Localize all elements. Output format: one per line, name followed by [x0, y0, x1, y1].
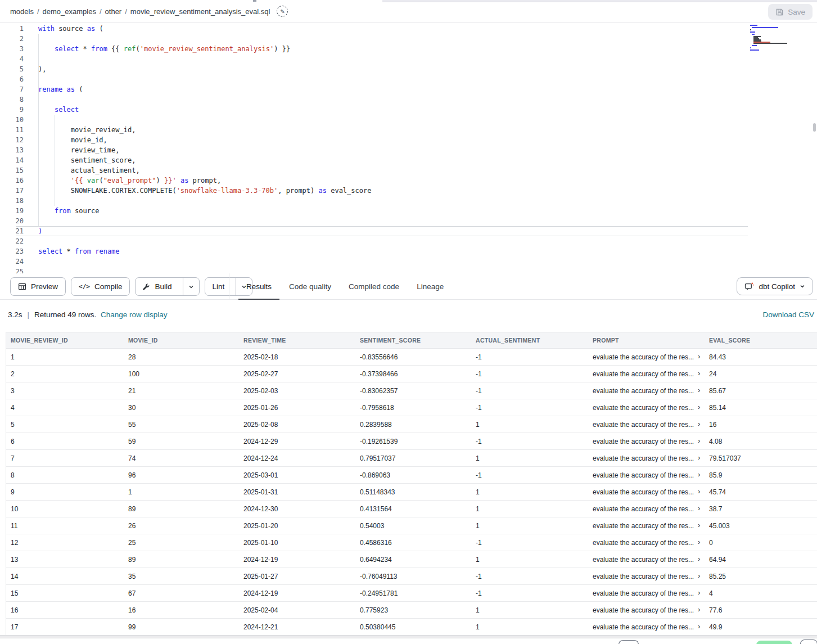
code-line[interactable] [38, 196, 750, 206]
build-button[interactable]: Build [136, 278, 178, 295]
preview-button[interactable]: Preview [10, 277, 66, 296]
table-cell: 2025-01-26 [239, 404, 355, 412]
save-button[interactable]: Save [768, 4, 813, 20]
expand-prompt-icon[interactable]: › [698, 421, 700, 428]
expand-prompt-icon[interactable]: › [698, 573, 700, 580]
table-cell: 15 [6, 589, 124, 597]
tab-code-quality[interactable]: Code quality [281, 273, 339, 300]
table-row: 5552025-02-080.28395881evaluate the accu… [6, 416, 817, 433]
edit-pencil-icon: ✎ [277, 6, 288, 17]
prompt-cell: evaluate the accuracy of the res...› [588, 353, 705, 361]
table-cell: -0.37398466 [355, 370, 471, 378]
code-line[interactable] [38, 94, 750, 105]
table-cell: 89 [124, 556, 239, 564]
tab-compiled-code[interactable]: Compiled code [341, 273, 407, 300]
code-line[interactable] [38, 34, 750, 44]
code-line[interactable]: ) [38, 226, 750, 236]
code-line[interactable]: from source [38, 206, 750, 216]
cutoff-button[interactable] [800, 640, 817, 644]
expand-prompt-icon[interactable]: › [698, 606, 700, 614]
code-line[interactable]: ), [38, 64, 750, 74]
table-row: 21002025-02-27-0.37398466-1evaluate the … [6, 366, 817, 382]
code-line[interactable]: select * from {{ ref('movie_review_senti… [38, 44, 750, 54]
build-split-button: Build [135, 277, 200, 296]
expand-prompt-icon[interactable]: › [698, 370, 700, 377]
table-cell: 1 [471, 522, 588, 530]
compile-button[interactable]: </> Compile [71, 277, 130, 296]
tab-lineage[interactable]: Lineage [409, 273, 452, 300]
line-number: 14 [0, 155, 24, 165]
prompt-cell: evaluate the accuracy of the res...› [588, 438, 705, 445]
table-cell: 45.003 [705, 522, 817, 530]
code-editor[interactable]: 1234567891011121314151617181920212223242… [0, 23, 817, 273]
expand-prompt-icon[interactable]: › [698, 454, 700, 462]
code-line[interactable] [38, 74, 750, 84]
table-body: 1282025-02-18-0.83556646-1evaluate the a… [6, 349, 817, 636]
breadcrumb-segment[interactable]: movie_review_sentiment_analysis_eval.sql [130, 7, 270, 16]
breadcrumb-segment[interactable]: demo_examples [43, 7, 96, 16]
code-line[interactable]: select * from rename [38, 246, 750, 256]
prompt-cell: evaluate the accuracy of the res...› [588, 454, 705, 462]
line-number: 7 [0, 84, 24, 94]
expand-prompt-icon[interactable]: › [698, 556, 700, 563]
code-line[interactable] [38, 256, 750, 267]
code-line[interactable]: '{{ var("eval_prompt") }}' as prompt, [38, 175, 750, 186]
code-line[interactable]: SNOWFLAKE.CORTEX.COMPLETE('snowflake-lla… [38, 186, 750, 196]
table-cell: 85.14 [705, 404, 817, 412]
code-line[interactable]: review_time, [38, 145, 750, 155]
table-cell: 21 [124, 387, 239, 395]
tab-results[interactable]: Results [238, 273, 279, 300]
code-line[interactable] [38, 216, 750, 226]
expand-prompt-icon[interactable]: › [698, 589, 700, 597]
code-line[interactable]: select [38, 105, 750, 115]
lint-button[interactable]: Lint [205, 278, 231, 295]
code-line[interactable]: movie_review_id, [38, 125, 750, 135]
prompt-cell: evaluate the accuracy of the res...› [588, 556, 705, 564]
expand-prompt-icon[interactable]: › [698, 623, 700, 631]
table-grid-icon [18, 282, 26, 291]
code-line[interactable] [38, 115, 750, 125]
horizontal-scrollbar[interactable] [0, 635, 817, 638]
expand-prompt-icon[interactable]: › [698, 471, 700, 479]
code-content[interactable]: with source as ( select * from {{ ref('m… [38, 24, 750, 277]
line-number: 4 [0, 54, 24, 64]
cutoff-button[interactable] [619, 640, 639, 644]
editor-scrollbar-thumb[interactable] [813, 123, 816, 132]
prompt-preview-text: evaluate the accuracy of the res... [593, 573, 694, 580]
line-number: 11 [0, 125, 24, 135]
change-row-display-link[interactable]: Change row display [101, 310, 168, 319]
cutoff-green-pill[interactable] [756, 641, 792, 644]
code-line[interactable] [38, 236, 750, 246]
table-cell: 85.25 [705, 573, 817, 580]
prompt-preview-text: evaluate the accuracy of the res... [593, 556, 694, 564]
code-line[interactable]: movie_id, [38, 135, 750, 145]
toolbar-divider [229, 273, 229, 299]
minimap[interactable] [750, 25, 804, 55]
table-cell: 59 [124, 438, 239, 445]
table-row: 3212025-02-03-0.83062357-1evaluate the a… [6, 382, 817, 399]
expand-prompt-icon[interactable]: › [698, 438, 700, 445]
code-line[interactable]: actual_sentiment, [38, 165, 750, 175]
action-toolbar: Preview </> Compile Build Lint [0, 273, 817, 300]
line-number: 3 [0, 44, 24, 54]
expand-prompt-icon[interactable]: › [698, 488, 700, 496]
table-cell: 1 [471, 606, 588, 614]
expand-prompt-icon[interactable]: › [698, 404, 700, 411]
code-line[interactable]: with source as ( [38, 24, 750, 34]
build-dropdown-toggle[interactable] [183, 278, 199, 295]
expand-prompt-icon[interactable]: › [698, 353, 700, 361]
code-line[interactable]: rename as ( [38, 84, 750, 94]
expand-prompt-icon[interactable]: › [698, 387, 700, 394]
table-cell: -0.24951781 [355, 589, 471, 597]
dbt-copilot-button[interactable]: dbt Copilot [737, 277, 813, 295]
line-number: 21 [0, 226, 24, 236]
expand-prompt-icon[interactable]: › [698, 505, 700, 512]
expand-prompt-icon[interactable]: › [698, 522, 700, 529]
line-number: 23 [0, 246, 24, 256]
code-line[interactable] [38, 54, 750, 64]
breadcrumb-segment[interactable]: models [10, 7, 34, 16]
breadcrumb-segment[interactable]: other [105, 7, 122, 16]
download-csv-link[interactable]: Download CSV [762, 310, 814, 319]
code-line[interactable]: sentiment_score, [38, 155, 750, 165]
expand-prompt-icon[interactable]: › [698, 539, 700, 546]
